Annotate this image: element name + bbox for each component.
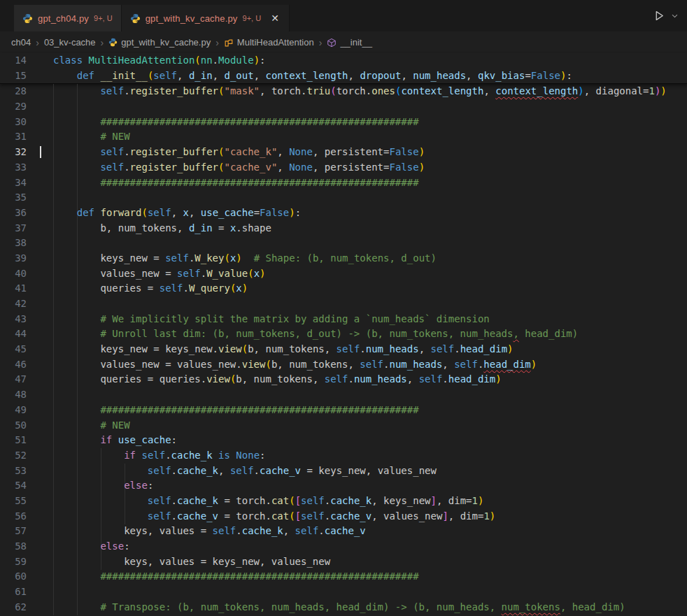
line-number[interactable]: 62 [0, 600, 27, 615]
line-number[interactable]: 57 [0, 524, 27, 539]
line-number[interactable]: 39 [0, 251, 27, 266]
code-line[interactable]: 48 [0, 387, 687, 403]
line-number[interactable]: 53 [0, 464, 27, 479]
code-line[interactable]: 15 def __init__(self, d_in, d_out, conte… [0, 69, 687, 84]
line-number[interactable]: 33 [0, 160, 27, 176]
line-number[interactable]: 60 [0, 569, 27, 585]
code-line[interactable]: 58 else: [0, 539, 687, 554]
code-line[interactable]: 50 # NEW [0, 418, 687, 434]
code-line[interactable]: 62 # Transpose: (b, num_tokens, num_head… [0, 600, 687, 615]
chevron-right-icon: › [101, 37, 104, 48]
code-line[interactable]: 38 [0, 236, 687, 251]
line-number[interactable]: 31 [0, 129, 27, 145]
run-dropdown-chevron-icon[interactable] [671, 12, 679, 20]
line-number[interactable]: 48 [0, 387, 27, 403]
breadcrumb: ch04 › 03_kv-cache › gpt_with_kv_cache.p… [0, 31, 687, 53]
line-number[interactable]: 42 [0, 296, 27, 312]
line-number[interactable]: 34 [0, 176, 27, 191]
code-line[interactable]: 44 # Unroll last dim: (b, num_tokens, d_… [0, 327, 687, 342]
line-number[interactable]: 36 [0, 206, 27, 221]
line-number[interactable]: 45 [0, 342, 27, 357]
line-number[interactable]: 50 [0, 418, 27, 434]
code-line-text: def __init__(self, d_in, d_out, context_… [53, 69, 572, 84]
code-line-text: ########################################… [53, 176, 419, 191]
line-number[interactable]: 56 [0, 509, 27, 524]
code-line-text: # Transpose: (b, num_tokens, num_heads, … [53, 600, 625, 615]
chevron-right-icon: › [319, 37, 323, 48]
line-number[interactable]: 15 [0, 69, 27, 84]
code-line[interactable]: 31 # NEW [0, 129, 687, 145]
code-line[interactable]: 39 keys_new = self.W_key(x) # Shape: (b,… [0, 251, 687, 266]
line-number[interactable]: 46 [0, 357, 27, 373]
tab-badge: 9+, U [94, 14, 113, 22]
line-number[interactable]: 28 [0, 84, 27, 99]
code-area[interactable]: 28 self.register_buffer("mask", torch.tr… [0, 84, 687, 615]
line-number[interactable]: 38 [0, 236, 27, 251]
line-number[interactable]: 52 [0, 448, 27, 464]
line-number[interactable]: 29 [0, 99, 27, 115]
editor[interactable]: 14class MultiHeadAttention(nn.Module):15… [0, 53, 687, 616]
line-number[interactable]: 43 [0, 312, 27, 327]
line-number[interactable]: 37 [0, 221, 27, 236]
run-icon[interactable] [653, 10, 665, 22]
line-number[interactable]: 32 [0, 145, 27, 160]
breadcrumb-item-03-kv-cache[interactable]: 03_kv-cache [44, 37, 96, 48]
code-line[interactable]: 52 if self.cache_k is None: [0, 448, 687, 464]
code-line[interactable]: 32 self.register_buffer("cache_k", None,… [0, 145, 687, 160]
code-line[interactable]: 61 [0, 585, 687, 600]
code-line[interactable]: 42 [0, 296, 687, 312]
code-line[interactable]: 59 keys, values = keys_new, values_new [0, 554, 687, 570]
code-line[interactable]: 33 self.register_buffer("cache_v", None,… [0, 160, 687, 176]
code-line[interactable]: 37 b, num_tokens, d_in = x.shape [0, 221, 687, 236]
line-number[interactable]: 41 [0, 281, 27, 296]
code-line[interactable]: 41 queries = self.W_query(x) [0, 281, 687, 296]
code-line[interactable]: 55 self.cache_k = torch.cat([self.cache_… [0, 494, 687, 509]
code-line[interactable]: 57 keys, values = self.cache_k, self.cac… [0, 524, 687, 539]
code-line[interactable]: 53 self.cache_k, self.cache_v = keys_new… [0, 464, 687, 479]
line-number[interactable]: 58 [0, 539, 27, 554]
code-line[interactable]: 51 if use_cache: [0, 433, 687, 448]
code-line[interactable]: 54 else: [0, 478, 687, 494]
breadcrumb-item-class[interactable]: MultiHeadAttention [224, 37, 314, 48]
line-number[interactable]: 40 [0, 266, 27, 282]
line-number[interactable]: 49 [0, 403, 27, 418]
tab-gpt-with-kv-cache[interactable]: gpt_with_kv_cache.py 9+, U ✕ [122, 5, 290, 31]
code-line[interactable]: 47 queries = queries.view(b, num_tokens,… [0, 372, 687, 387]
close-icon[interactable]: ✕ [269, 12, 281, 24]
code-line-text: self.cache_k, self.cache_v = keys_new, v… [53, 464, 437, 479]
line-number[interactable]: 55 [0, 494, 27, 509]
code-line[interactable]: 35 [0, 190, 687, 206]
line-number[interactable]: 30 [0, 115, 27, 130]
line-number[interactable]: 47 [0, 372, 27, 387]
code-line-text: def forward(self, x, use_cache=False): [53, 206, 301, 221]
breadcrumb-item-file[interactable]: gpt_with_kv_cache.py [108, 37, 211, 48]
code-line[interactable]: 30 #####################################… [0, 115, 687, 130]
line-number[interactable]: 44 [0, 327, 27, 342]
code-line[interactable]: 34 #####################################… [0, 176, 687, 191]
code-line-text: keys, values = keys_new, values_new [53, 554, 330, 570]
code-line[interactable]: 46 values_new = values_new.view(b, num_t… [0, 357, 687, 373]
code-line[interactable]: 36 def forward(self, x, use_cache=False)… [0, 206, 687, 221]
code-line-text: if self.cache_k is None: [53, 448, 266, 464]
code-line[interactable]: 14class MultiHeadAttention(nn.Module): [0, 53, 687, 69]
line-number[interactable]: 51 [0, 433, 27, 448]
code-line[interactable]: 28 self.register_buffer("mask", torch.tr… [0, 84, 687, 99]
code-line[interactable]: 29 [0, 99, 687, 115]
python-icon [22, 13, 33, 24]
code-line-text: keys_new = keys_new.view(b, num_tokens, … [53, 342, 514, 357]
code-line-text: class MultiHeadAttention(nn.Module): [53, 53, 266, 69]
code-line[interactable]: 43 # We implicitly split the matrix by a… [0, 312, 687, 327]
line-number[interactable]: 54 [0, 478, 27, 494]
line-number[interactable]: 14 [0, 53, 27, 69]
code-line[interactable]: 60 #####################################… [0, 569, 687, 585]
breadcrumb-item-init[interactable]: __init__ [327, 37, 372, 48]
tab-gpt-ch04[interactable]: gpt_ch04.py 9+, U [14, 5, 122, 31]
line-number[interactable]: 59 [0, 554, 27, 570]
code-line[interactable]: 45 keys_new = keys_new.view(b, num_token… [0, 342, 687, 357]
code-line[interactable]: 56 self.cache_v = torch.cat([self.cache_… [0, 509, 687, 524]
line-number[interactable]: 35 [0, 190, 27, 206]
code-line[interactable]: 49 #####################################… [0, 403, 687, 418]
breadcrumb-item-ch04[interactable]: ch04 [11, 37, 31, 48]
code-line[interactable]: 40 values_new = self.W_value(x) [0, 266, 687, 282]
line-number[interactable]: 61 [0, 585, 27, 600]
